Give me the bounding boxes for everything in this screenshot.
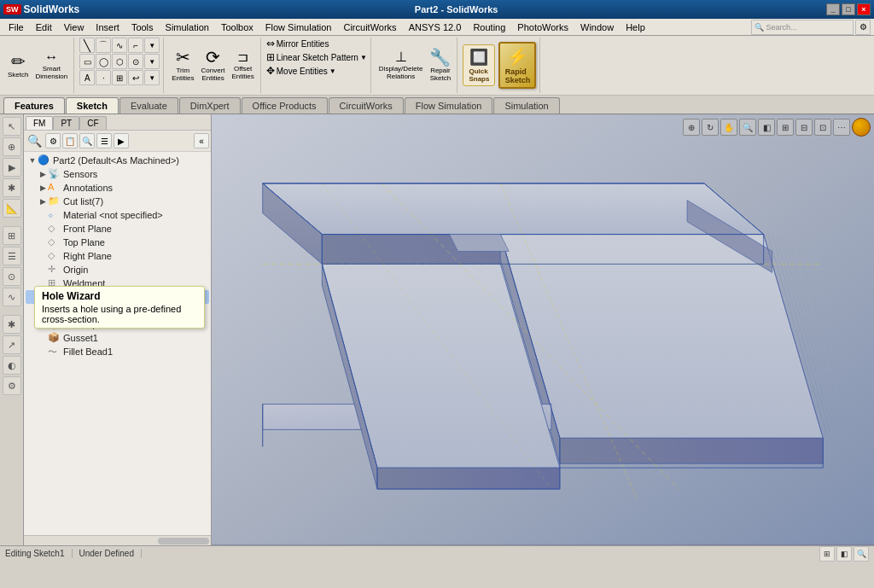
point-tool[interactable]: · [96, 70, 111, 85]
left-tool-3[interactable]: ▶ [3, 158, 21, 177]
status-tool-2[interactable]: ◧ [836, 546, 852, 562]
menu-ansys[interactable]: ANSYS 12.0 [404, 20, 467, 34]
undo-tool[interactable]: ↩ [128, 70, 143, 85]
smart-dimension-button[interactable]: ↔ SmartDimension [32, 49, 70, 82]
tree-item-fillet-bead1[interactable]: ▶ 〜 Fillet Bead1 [26, 345, 209, 358]
vp-appearance[interactable]: ⊡ [814, 119, 831, 136]
left-tool-2[interactable]: ⊕ [3, 137, 21, 156]
vp-more[interactable]: ⋯ [833, 119, 850, 136]
menu-flow-simulation[interactable]: Flow Simulation [260, 20, 337, 34]
left-tool-7[interactable]: ☰ [3, 247, 21, 265]
menu-toolbox[interactable]: Toolbox [216, 20, 259, 34]
menu-tools[interactable]: Tools [126, 20, 159, 34]
tree-tool-1[interactable]: ⚙ [45, 133, 61, 148]
left-tool-10[interactable]: ✱ [3, 315, 21, 334]
tab-dimxpert[interactable]: DimXpert [179, 97, 241, 114]
tab-circuitworks[interactable]: CircuitWorks [329, 97, 404, 114]
offset-entities-button[interactable]: ⊐ OffsetEntities [230, 49, 257, 82]
tree-item-top-plane[interactable]: ▶ ◇ Top Plane [26, 236, 209, 249]
tab-simulation[interactable]: Simulation [493, 97, 559, 114]
tree-tab-cf[interactable]: CF [79, 116, 106, 130]
minimize-button[interactable]: _ [826, 3, 840, 15]
toolbar-btn-1[interactable]: ⚙ [855, 20, 871, 35]
polygon-tool[interactable]: ⬡ [112, 54, 127, 69]
left-tool-5[interactable]: 📐 [3, 199, 21, 218]
rectangle-tool[interactable]: ▭ [79, 54, 95, 69]
tree-tool-2[interactable]: 📋 [62, 133, 78, 148]
left-tool-4[interactable]: ✱ [3, 178, 21, 197]
ellipse-tool[interactable]: ⊙ [128, 54, 143, 69]
tab-evaluate[interactable]: Evaluate [119, 97, 178, 114]
menu-routing[interactable]: Routing [468, 20, 510, 34]
menu-simulation[interactable]: Simulation [160, 20, 214, 34]
menu-photoworks[interactable]: PhotoWorks [512, 20, 574, 34]
tree-item-sensors[interactable]: ▶ 📡 Sensors [26, 167, 209, 181]
circle-tool[interactable]: ◯ [96, 54, 111, 69]
tree-expand-part2[interactable]: ▼ [27, 155, 38, 166]
left-tool-11[interactable]: ↗ [3, 335, 21, 354]
tree-expand-sensors[interactable]: ▶ [38, 169, 48, 179]
tree-item-part2[interactable]: ▼ 🔵 Part2 (Default<As Machined>) [26, 154, 209, 167]
display-delete-relations-button[interactable]: ⊥ Display/DeleteRelations [376, 49, 426, 82]
quick-snaps-button[interactable]: 🔲 QuickSnaps [463, 44, 495, 86]
rapid-sketch-button[interactable]: ⚡ RapidSketch [498, 42, 536, 89]
more-misc-tool[interactable]: ▼ [144, 70, 160, 85]
left-tool-6[interactable]: ⊞ [3, 226, 21, 245]
sketch-fillet-tool[interactable]: ⌐ [128, 38, 143, 53]
more-draw-tool[interactable]: ▼ [144, 38, 160, 53]
menu-window[interactable]: Window [575, 20, 619, 34]
move-dropdown[interactable]: ▼ [329, 67, 336, 75]
tree-item-front-plane[interactable]: ▶ ◇ Front Plane [26, 222, 209, 236]
tree-tool-4[interactable]: ☰ [96, 133, 112, 148]
vp-pan[interactable]: ✋ [720, 119, 737, 136]
tree-tab-fm[interactable]: FM [26, 116, 53, 130]
tree-tab-pt[interactable]: PT [53, 116, 79, 130]
vp-view-orient[interactable]: ⊞ [777, 119, 794, 136]
tree-tool-3[interactable]: 🔍 [79, 133, 95, 148]
tree-item-gusset1[interactable]: ▶ 📦 Gusset1 [26, 331, 209, 345]
menu-circuitworks[interactable]: CircuitWorks [338, 20, 401, 34]
sketch-button[interactable]: ✏ Sketch [5, 51, 31, 80]
left-tool-12[interactable]: ◐ [3, 356, 21, 375]
line-tool[interactable]: ╲ [79, 38, 95, 53]
tab-features[interactable]: Features [3, 97, 65, 114]
close-button[interactable]: × [857, 3, 871, 15]
trim-entities-button[interactable]: ✂ TrimEntities [169, 47, 196, 84]
menu-file[interactable]: File [3, 20, 29, 34]
tree-expand-annotations[interactable]: ▶ [38, 183, 48, 193]
tab-sketch[interactable]: Sketch [66, 97, 119, 114]
vp-zoom[interactable]: 🔍 [739, 119, 756, 136]
construction-geometry-tool[interactable]: ⊞ [112, 70, 127, 85]
menu-view[interactable]: View [59, 20, 90, 34]
more-shape-tool[interactable]: ▼ [144, 54, 160, 69]
convert-entities-button[interactable]: ⟳ ConvertEntities [199, 47, 228, 84]
left-tool-13[interactable]: ⚙ [3, 376, 21, 395]
vp-section[interactable]: ⊟ [795, 119, 813, 136]
tree-item-material[interactable]: ▶ ⬦ Material <not specified> [26, 208, 209, 222]
tree-item-cutlist[interactable]: ▶ 📁 Cut list(7) [26, 195, 209, 208]
3d-viewport[interactable]: ⊕ ↻ ✋ 🔍 ◧ ⊞ ⊟ ⊡ ⋯ [212, 114, 874, 545]
left-tool-1[interactable]: ↖ [3, 117, 21, 136]
status-tool-3[interactable]: 🔍 [854, 546, 869, 562]
tab-flow-simulation[interactable]: Flow Simulation [405, 97, 493, 114]
tree-expand-cutlist[interactable]: ▶ [38, 196, 48, 207]
view-orientation-cube[interactable] [852, 118, 871, 137]
left-tool-8[interactable]: ⊙ [3, 267, 21, 286]
tab-office-products[interactable]: Office Products [242, 97, 328, 114]
maximize-button[interactable]: □ [842, 3, 855, 15]
vp-display-style[interactable]: ◧ [758, 119, 775, 136]
vp-zoom-fit[interactable]: ⊕ [683, 119, 700, 136]
tree-item-annotations[interactable]: ▶ A Annotations [26, 181, 209, 195]
menu-insert[interactable]: Insert [90, 20, 125, 34]
repair-sketch-button[interactable]: 🔧 RepairSketch [427, 47, 453, 84]
tree-item-origin[interactable]: ▶ ✛ Origin [26, 263, 209, 277]
menu-edit[interactable]: Edit [31, 20, 57, 34]
tree-tool-5[interactable]: ▶ [114, 133, 129, 148]
tree-collapse-button[interactable]: « [194, 133, 209, 148]
spline-tool[interactable]: ∿ [112, 38, 127, 53]
left-tool-9[interactable]: ∿ [3, 288, 21, 306]
tree-scroll-handle[interactable] [158, 538, 209, 544]
arc-tool[interactable]: ⌒ [96, 38, 111, 53]
text-tool[interactable]: A [79, 70, 95, 85]
search-box[interactable]: 🔍 Search... [751, 20, 854, 35]
